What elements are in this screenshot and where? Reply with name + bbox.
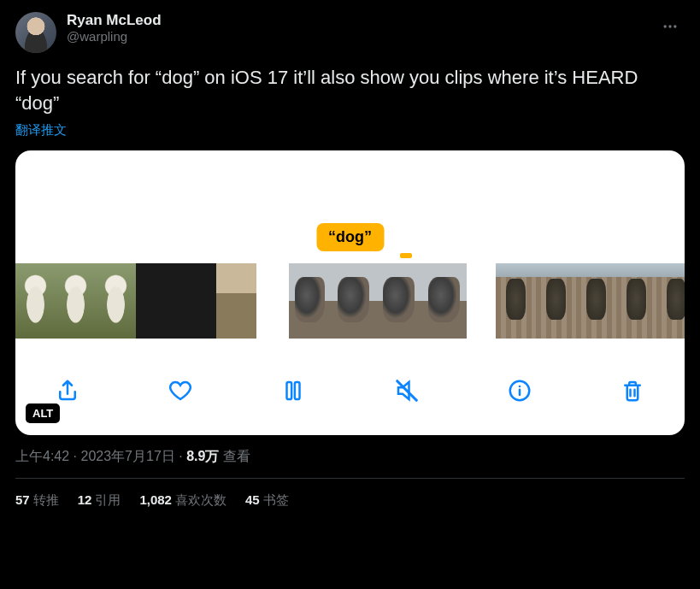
tweet-container: Ryan McLeod @warpling If you search for …: [0, 0, 700, 509]
clip-group-active[interactable]: [285, 263, 467, 339]
alt-badge[interactable]: ALT: [26, 403, 60, 423]
mute-icon[interactable]: [392, 376, 421, 405]
thumbnail: [285, 263, 331, 339]
stat-label: 书签: [263, 492, 289, 507]
stat-label: 引用: [95, 492, 121, 507]
stat-likes[interactable]: 1,082喜欢次数: [139, 492, 226, 509]
more-icon[interactable]: [656, 12, 685, 41]
trash-icon[interactable]: [618, 376, 647, 405]
svg-point-0: [664, 25, 667, 27]
thumbnail: [496, 263, 536, 339]
stat-count: 45: [245, 492, 260, 507]
thumbnail: [656, 263, 685, 339]
thumbnail: [376, 263, 421, 339]
stat-retweets[interactable]: 57转推: [15, 492, 59, 509]
stat-bookmarks[interactable]: 45书签: [245, 492, 289, 509]
author-names[interactable]: Ryan McLeod @warpling: [67, 12, 162, 44]
svg-point-8: [519, 386, 521, 388]
stat-count: 12: [78, 492, 92, 507]
thumbnail: [331, 263, 376, 339]
stat-quotes[interactable]: 12引用: [78, 492, 121, 509]
stat-count: 57: [15, 492, 30, 507]
svg-point-1: [668, 25, 671, 27]
media-toolbar: [15, 372, 685, 409]
media-card[interactable]: “dog”: [15, 150, 685, 435]
handle: @warpling: [67, 29, 162, 44]
thumbnail: [576, 263, 616, 339]
thumbnail: [616, 263, 656, 339]
thumbnail: [216, 263, 256, 339]
tweet-header: Ryan McLeod @warpling: [15, 12, 685, 53]
thumbnail: [176, 263, 216, 339]
heart-icon[interactable]: [166, 376, 195, 405]
tweet-stats: 57转推 12引用 1,082喜欢次数 45书签: [15, 479, 685, 509]
svg-point-2: [674, 25, 676, 27]
thumbnail: [96, 263, 136, 339]
thumbnail: [136, 263, 176, 339]
thumbnail: [536, 263, 576, 339]
display-name: Ryan McLeod: [67, 12, 162, 29]
stat-label: 转推: [33, 492, 59, 507]
views-number: 8.9万: [186, 449, 219, 463]
views-label: 查看: [219, 449, 250, 463]
svg-rect-4: [295, 382, 300, 399]
meta-sep: ·: [175, 449, 186, 463]
caption-bubble: “dog”: [316, 223, 384, 251]
stat-label: 喜欢次数: [175, 492, 226, 507]
clip-group[interactable]: [15, 263, 256, 339]
thumbnail: [56, 263, 96, 339]
meta-sep: ·: [69, 449, 80, 463]
meta-date: 2023年7月17日: [80, 449, 174, 463]
playhead-marker: [400, 253, 412, 258]
translate-link[interactable]: 翻译推文: [15, 122, 685, 138]
tweet-text: If you search for “dog” on iOS 17 it’ll …: [15, 65, 685, 115]
share-icon[interactable]: [53, 376, 82, 405]
pause-icon[interactable]: [279, 376, 308, 405]
info-icon[interactable]: [505, 376, 534, 405]
svg-rect-3: [287, 382, 292, 399]
meta-time: 上午4:42: [15, 449, 69, 463]
stat-count: 1,082: [139, 492, 172, 507]
avatar[interactable]: [15, 12, 56, 53]
thumbnail: [421, 263, 467, 339]
thumbnail: [15, 263, 56, 339]
clip-group[interactable]: [496, 263, 685, 339]
tweet-meta[interactable]: 上午4:42 · 2023年7月17日 · 8.9万 查看: [15, 448, 685, 466]
video-timeline[interactable]: [15, 263, 685, 339]
